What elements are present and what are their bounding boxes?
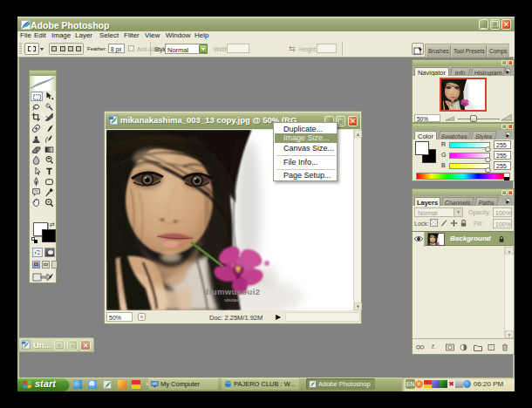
svg-text:dіumwusөuі2: dіumwusөuі2	[203, 287, 260, 296]
svg-text:uіuіau: uіuіau	[224, 297, 240, 303]
